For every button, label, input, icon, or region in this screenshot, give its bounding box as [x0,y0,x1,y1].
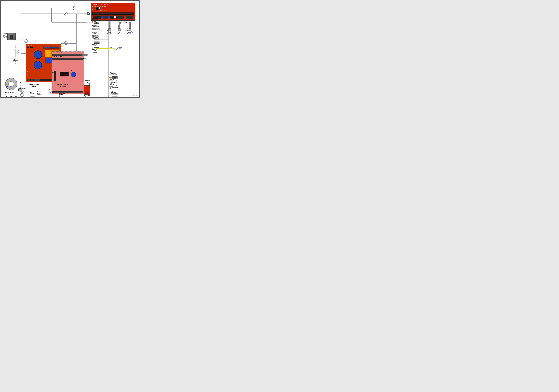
back-switches-group: BackOvertravelLimit Switches OR COM NC O… [92,35,100,54]
antenna-label: Antenna [85,80,90,81]
foot-smart-sensor: FootSmartSensorSwitches(J18) GN COM NC W… [37,91,44,98]
power-supply-label: Power Supply PC Board [29,83,39,87]
svg-text:I: I [22,94,22,96]
svg-point-23 [25,40,28,43]
foot-extension-switch: FootExtentionSwitch(J6) RD COM WT NC WT … [59,91,65,98]
svg-text:GN/YL: GN/YL [15,45,16,48]
power-entry-label: Power Entry Module with Filter [3,33,11,39]
tilt-switches-group: TiltOvertravelLimit Switches OR COM NC O… [110,72,118,89]
svg-text:Q: Q [14,62,15,63]
svg-text:D: D [65,13,66,15]
svg-rect-100 [82,54,83,56]
foot-switches-group: FootOvertravelLimit Switches OR COM NC O… [110,90,118,98]
svg-point-89 [9,81,14,87]
receptacles-area: ⊙ ⊙ ⊙ [5,96,18,98]
circuit-breaker [18,89,22,91]
back-actuator: BackActuator [106,21,112,35]
base-up-overtravel-switch: Base UpOvertravelSwitch OR COM NC OR COM… [92,18,99,25]
svg-point-121 [129,29,131,31]
svg-text:E: E [65,42,66,44]
svg-point-110 [108,29,111,31]
pan-switch: PanSwitch(J6) COM NC COM NC [30,92,35,98]
foot-actuator: FootActuator [127,22,132,35]
gnyl-label-left: GN/YL [14,48,15,51]
svg-point-118 [118,29,121,31]
svg-rect-116 [118,22,121,28]
power-toroid [5,78,18,90]
connector-top-2 [87,13,90,15]
svg-rect-101 [87,54,88,55]
svg-rect-108 [109,22,110,28]
svg-point-15 [64,12,67,15]
svg-point-21 [64,42,67,45]
svg-text:G: G [17,51,18,52]
svg-rect-119 [129,22,130,28]
wireless-base-station: J2 [84,85,90,96]
wiring-diagram: D D D D E F G H I J J K (removed - out o… [0,0,140,98]
svg-text:GN/YL: GN/YL [110,47,113,48]
svg-text:F: F [26,40,27,42]
svg-marker-65 [14,60,15,61]
svg-point-29 [20,93,23,97]
base-up-limit-switch: Base UpLimit Switch WH COM NC WH COM NC [92,25,100,30]
svg-point-47 [13,61,16,64]
svg-text:D: D [73,7,74,9]
power-toroid-label: Power Toroid [5,91,14,93]
base-actuator-area: BaseActuator [81,52,89,61]
svg-point-19 [48,89,51,93]
svg-text:D: D [117,47,118,49]
watermark: ArtFull [132,94,138,96]
wireless-label: Wireless Base Station [83,97,87,98]
tilt-actuator: TiltActuator [116,22,122,35]
svg-point-13 [72,6,75,9]
svg-point-17 [116,47,119,50]
svg-text:D: D [49,90,50,92]
machine-control-board: J2 J3 J4 J5 J6 J8 J9 J10 J11 J12 J18 J19… [52,52,84,94]
connector-o [84,94,88,96]
svg-point-25 [16,50,19,53]
circuit-breaker-label: Circuit Breaker [18,88,26,89]
seat-smart-sensor: SeatSmartSensorSwitches(J18) COM NC NC N… [30,98,35,98]
connector-top-1 [98,7,101,9]
machine-control-label: Machine Control PC Board [57,83,68,87]
